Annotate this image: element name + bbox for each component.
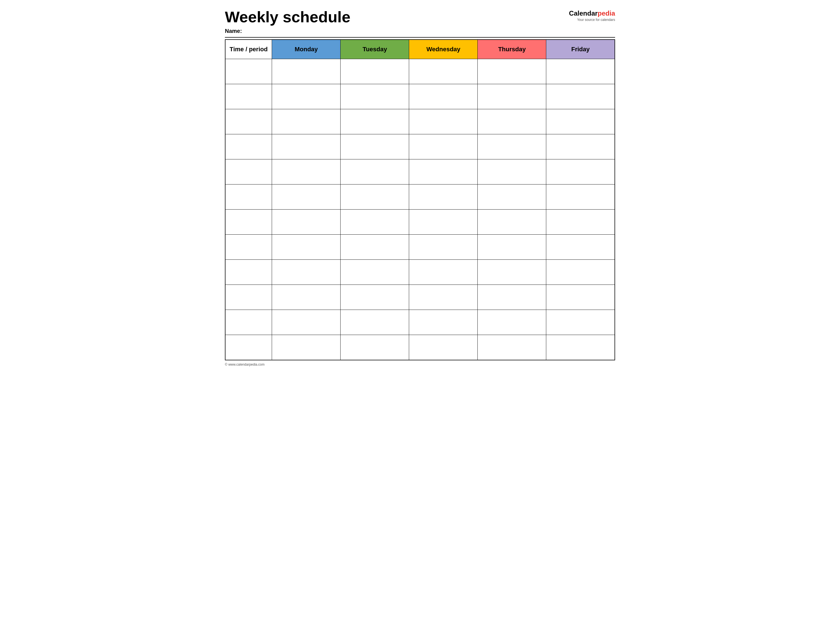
time-cell[interactable] [225, 59, 272, 84]
schedule-cell[interactable] [272, 235, 341, 260]
col-header-monday: Monday [272, 39, 341, 59]
schedule-cell[interactable] [546, 235, 615, 260]
schedule-cell[interactable] [478, 185, 546, 210]
schedule-cell[interactable] [546, 185, 615, 210]
time-cell[interactable] [225, 159, 272, 185]
schedule-cell[interactable] [341, 134, 409, 159]
schedule-cell[interactable] [409, 235, 478, 260]
table-row [225, 159, 615, 185]
schedule-cell[interactable] [546, 59, 615, 84]
schedule-cell[interactable] [546, 260, 615, 285]
footer-url: © www.calendarpedia.com [225, 363, 615, 366]
schedule-table: Time / period Monday Tuesday Wednesday T… [225, 39, 615, 360]
schedule-cell[interactable] [478, 310, 546, 335]
schedule-cell[interactable] [272, 285, 341, 310]
col-header-wednesday: Wednesday [409, 39, 478, 59]
time-cell[interactable] [225, 134, 272, 159]
schedule-cell[interactable] [409, 185, 478, 210]
schedule-cell[interactable] [341, 159, 409, 185]
schedule-cell[interactable] [409, 260, 478, 285]
schedule-cell[interactable] [272, 260, 341, 285]
logo-pedia-part: pedia [597, 9, 615, 17]
time-cell[interactable] [225, 84, 272, 109]
schedule-cell[interactable] [478, 109, 546, 134]
header-row: Time / period Monday Tuesday Wednesday T… [225, 39, 615, 59]
schedule-cell[interactable] [546, 210, 615, 235]
time-cell[interactable] [225, 260, 272, 285]
schedule-cell[interactable] [341, 335, 409, 360]
name-label: Name: [225, 28, 351, 34]
schedule-cell[interactable] [341, 84, 409, 109]
schedule-cell[interactable] [272, 185, 341, 210]
time-cell[interactable] [225, 285, 272, 310]
time-cell[interactable] [225, 310, 272, 335]
schedule-cell[interactable] [409, 59, 478, 84]
separator-line [225, 37, 615, 38]
col-header-time: Time / period [225, 39, 272, 59]
page-title: Weekly schedule [225, 8, 351, 26]
table-row [225, 310, 615, 335]
schedule-body [225, 59, 615, 360]
schedule-cell[interactable] [409, 210, 478, 235]
schedule-cell[interactable] [272, 310, 341, 335]
schedule-cell[interactable] [478, 335, 546, 360]
schedule-cell[interactable] [409, 84, 478, 109]
table-row [225, 260, 615, 285]
schedule-cell[interactable] [478, 235, 546, 260]
table-row [225, 134, 615, 159]
schedule-cell[interactable] [272, 84, 341, 109]
schedule-cell[interactable] [478, 159, 546, 185]
schedule-cell[interactable] [478, 84, 546, 109]
schedule-cell[interactable] [478, 210, 546, 235]
page-container: Weekly schedule Name: Calendarpedia Your… [225, 8, 615, 366]
schedule-cell[interactable] [341, 235, 409, 260]
schedule-cell[interactable] [409, 335, 478, 360]
schedule-cell[interactable] [409, 109, 478, 134]
schedule-cell[interactable] [546, 310, 615, 335]
schedule-cell[interactable] [341, 210, 409, 235]
time-cell[interactable] [225, 109, 272, 134]
schedule-cell[interactable] [546, 285, 615, 310]
schedule-cell[interactable] [341, 185, 409, 210]
logo-area: Calendarpedia Your source for calendars [569, 8, 615, 22]
logo-text: Calendarpedia [569, 9, 615, 17]
schedule-cell[interactable] [546, 134, 615, 159]
schedule-cell[interactable] [341, 285, 409, 310]
schedule-cell[interactable] [341, 310, 409, 335]
schedule-cell[interactable] [409, 159, 478, 185]
logo-calendar-part: Calendar [569, 9, 598, 17]
table-row [225, 210, 615, 235]
schedule-cell[interactable] [272, 109, 341, 134]
schedule-cell[interactable] [272, 59, 341, 84]
time-cell[interactable] [225, 185, 272, 210]
schedule-cell[interactable] [478, 285, 546, 310]
schedule-cell[interactable] [272, 159, 341, 185]
schedule-cell[interactable] [272, 210, 341, 235]
table-row [225, 185, 615, 210]
schedule-cell[interactable] [409, 310, 478, 335]
schedule-cell[interactable] [409, 285, 478, 310]
schedule-cell[interactable] [341, 260, 409, 285]
col-header-tuesday: Tuesday [341, 39, 409, 59]
schedule-cell[interactable] [272, 335, 341, 360]
schedule-cell[interactable] [478, 260, 546, 285]
schedule-cell[interactable] [478, 59, 546, 84]
col-header-friday: Friday [546, 39, 615, 59]
table-row [225, 59, 615, 84]
time-cell[interactable] [225, 235, 272, 260]
schedule-cell[interactable] [272, 134, 341, 159]
title-area: Weekly schedule Name: [225, 8, 351, 34]
schedule-cell[interactable] [546, 109, 615, 134]
schedule-cell[interactable] [546, 84, 615, 109]
col-header-thursday: Thursday [478, 39, 546, 59]
schedule-cell[interactable] [341, 109, 409, 134]
schedule-cell[interactable] [341, 59, 409, 84]
schedule-cell[interactable] [546, 159, 615, 185]
table-row [225, 109, 615, 134]
time-cell[interactable] [225, 210, 272, 235]
schedule-cell[interactable] [409, 134, 478, 159]
schedule-cell[interactable] [546, 335, 615, 360]
time-cell[interactable] [225, 335, 272, 360]
header-section: Weekly schedule Name: Calendarpedia Your… [225, 8, 615, 34]
schedule-cell[interactable] [478, 134, 546, 159]
